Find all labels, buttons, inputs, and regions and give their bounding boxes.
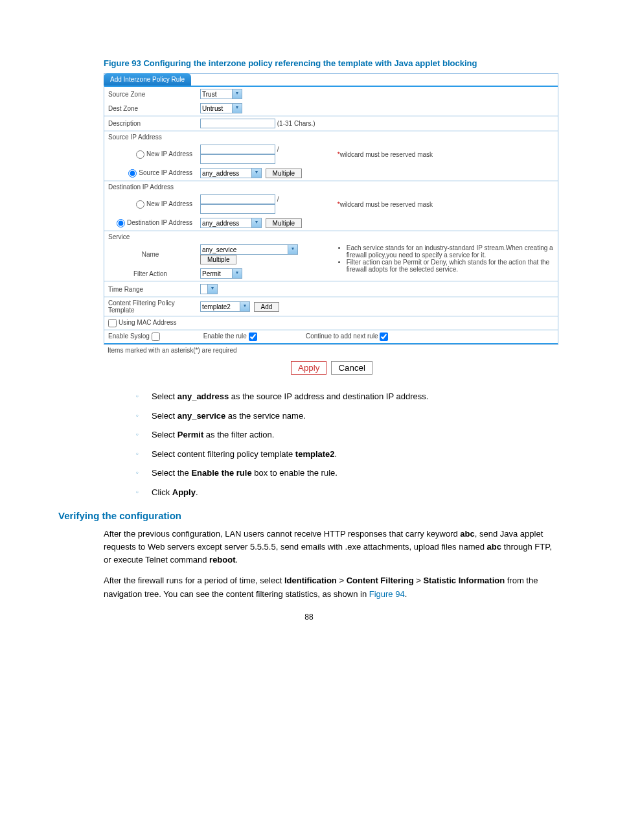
label-service-name: Name [104,242,196,266]
required-note: Items marked with an asterisk(*) are req… [104,345,560,356]
using-mac-checkbox[interactable] [108,319,117,327]
src-address-select[interactable]: ▾ [200,168,262,178]
label-dest-zone: Dest Zone [104,101,196,115]
continue-add-checkbox[interactable] [380,332,388,341]
template-add-button[interactable]: Add [254,302,280,312]
chevron-down-icon: ▾ [251,169,261,178]
dst-ip-input[interactable] [200,194,275,204]
chevron-down-icon: ▾ [232,104,242,113]
instructions-list: Select any_address as the source IP addr… [104,390,560,498]
dst-multiple-button[interactable]: Multiple [266,218,302,228]
chevron-down-icon: ▾ [240,302,249,311]
enable-syslog-checkbox[interactable] [152,332,160,341]
chevron-down-icon: ▾ [232,269,242,278]
label-description: Description [104,117,196,130]
enable-rule-checkbox[interactable] [249,332,257,341]
form-table: Source Zone ▾ Dest Zone ▾ Description (1… [104,87,558,343]
chevron-down-icon: ▾ [251,218,261,228]
source-zone-select[interactable]: ▾ [200,89,242,99]
service-tips: Each service stands for an industry-stan… [338,244,554,273]
src-address-radio[interactable] [128,169,137,178]
src-new-ip-radio[interactable] [136,150,144,159]
src-ip-input[interactable] [200,145,275,154]
desc-hint: (1-31 Chars.) [277,120,315,127]
src-mask-input[interactable] [200,154,275,164]
verify-heading: Verifying the configuration [58,510,560,521]
time-range-select[interactable]: ▾ [200,284,218,294]
panel-tab[interactable]: Add Interzone Policy Rule [104,73,191,86]
dest-zone-select[interactable]: ▾ [200,103,242,113]
src-multiple-button[interactable]: Multiple [266,169,302,178]
dst-address-select[interactable]: ▾ [200,218,262,228]
label-filter-action: Filter Action [104,266,196,281]
verify-para-1: After the previous configuration, LAN us… [104,528,560,566]
dest-ip-header: Destination IP Address [104,181,558,192]
dst-address-radio[interactable] [117,219,125,228]
cancel-button[interactable]: Cancel [331,361,372,375]
config-panel: Add Interzone Policy Rule Source Zone ▾ … [104,73,558,345]
chevron-down-icon: ▾ [288,245,297,254]
description-input[interactable] [200,119,275,128]
chevron-down-icon: ▾ [207,285,217,294]
label-time-range: Time Range [104,282,196,296]
dst-new-ip-radio[interactable] [136,200,144,209]
service-header: Service [104,231,558,242]
apply-button[interactable]: Apply [291,361,326,375]
label-source-zone: Source Zone [104,87,196,101]
service-select[interactable]: ▾ [200,244,298,255]
template-select[interactable]: ▾ [200,301,250,312]
source-ip-header: Source IP Address [104,132,558,143]
verify-para-2: After the firewall runs for a period of … [104,574,560,600]
filter-action-select[interactable]: ▾ [200,268,242,279]
label-content-filter: Content Filtering Policy Template [104,298,196,316]
figure-caption: Figure 93 Configuring the interzone poli… [104,58,560,68]
chevron-down-icon: ▾ [232,89,242,99]
page-number: 88 [0,612,618,622]
figure-94-link[interactable]: Figure 94 [369,589,405,599]
dst-mask-input[interactable] [200,204,275,214]
service-multiple-button[interactable]: Multiple [200,255,236,264]
